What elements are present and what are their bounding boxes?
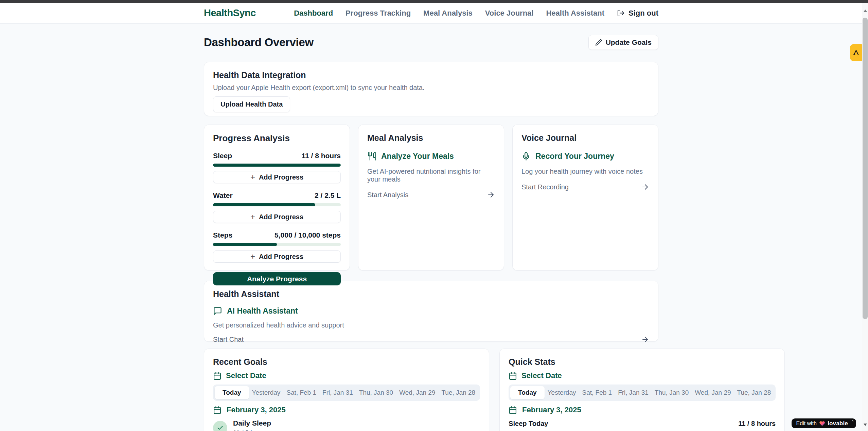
date-tab-today[interactable]: Today: [510, 386, 545, 399]
select-date-button[interactable]: Select Date: [213, 371, 266, 380]
progress-analysis-card: Progress Analysis Sleep 11 / 8 hours + A…: [204, 125, 350, 270]
heart-gradient-icon: [819, 420, 825, 427]
ai-health-assistant-link[interactable]: AI Health Assistant: [213, 306, 649, 316]
recent-goals-title: Recent Goals: [213, 357, 480, 367]
current-date-row: February 3, 2025: [213, 406, 480, 414]
calendar-icon: [509, 372, 517, 380]
scrollbar-down-arrow[interactable]: [862, 419, 868, 430]
calendar-icon: [213, 406, 222, 414]
add-progress-button[interactable]: + Add Progress: [213, 211, 341, 223]
metric-value: 2 / 2.5 L: [315, 191, 341, 200]
nav-item-meal-analysis[interactable]: Meal Analysis: [423, 9, 473, 18]
browser-top-strip: [0, 0, 868, 3]
select-date-button[interactable]: Select Date: [509, 371, 562, 380]
arrow-right-icon: [487, 191, 495, 199]
check-icon: [217, 425, 224, 431]
select-date-label: Select Date: [521, 371, 562, 380]
sign-out-button[interactable]: Sign out: [617, 9, 658, 18]
record-your-journey-label: Record Your Journey: [535, 152, 614, 161]
voice-journal-card: Voice Journal Record Your Journey Log yo…: [512, 125, 658, 270]
date-tab-yesterday[interactable]: Yesterday: [249, 386, 284, 399]
date-tab[interactable]: Fri, Jan 31: [615, 386, 652, 399]
update-goals-button[interactable]: Update Goals: [588, 35, 658, 50]
app-header: HealthSync Dashboard Progress Tracking M…: [0, 3, 862, 24]
add-progress-button[interactable]: + Add Progress: [213, 171, 341, 183]
start-analysis-row[interactable]: Start Analysis: [367, 191, 495, 199]
analyze-your-meals-label: Analyze Your Meals: [381, 152, 454, 161]
health-assistant-title: Health Assistant: [213, 289, 649, 299]
vertical-scrollbar[interactable]: [862, 3, 868, 431]
metric-label: Steps: [213, 231, 232, 239]
stat-value: 11 / 8 hours: [738, 420, 776, 428]
date-tab-today[interactable]: Today: [215, 386, 249, 399]
scrollbar-thumb[interactable]: [863, 18, 868, 319]
date-tab[interactable]: Fri, Jan 31: [319, 386, 356, 399]
health-assistant-description: Get personalized health advice and suppo…: [213, 321, 649, 329]
lovable-badge-icon: [852, 49, 860, 56]
voice-journal-title: Voice Journal: [521, 133, 649, 143]
date-tab-yesterday[interactable]: Yesterday: [545, 386, 579, 399]
meal-analysis-card: Meal Analysis Analyze Your Meals Get AI-…: [358, 125, 504, 270]
date-tab[interactable]: Tue, Jan 28: [734, 386, 774, 399]
chat-bubble-icon: [213, 306, 222, 316]
start-chat-row[interactable]: Start Chat: [213, 335, 649, 343]
progress-bar: [213, 243, 341, 246]
goal-complete-badge: [213, 421, 227, 431]
date-tab[interactable]: Wed, Jan 29: [396, 386, 438, 399]
current-date-label: February 3, 2025: [522, 406, 581, 414]
scrollbar-up-arrow[interactable]: [862, 5, 868, 16]
nav-item-progress-tracking[interactable]: Progress Tracking: [346, 9, 411, 18]
date-tabs: Today Yesterday Sat, Feb 1 Fri, Jan 31 T…: [213, 385, 480, 401]
health-data-integration-card: Health Data Integration Upload your Appl…: [204, 62, 658, 116]
side-panel-badge[interactable]: [850, 44, 862, 61]
current-date-label: February 3, 2025: [227, 406, 286, 414]
page-title: Dashboard Overview: [204, 36, 314, 49]
progress-analysis-title: Progress Analysis: [213, 133, 341, 144]
start-chat-label: Start Chat: [213, 336, 244, 343]
utensils-icon: [367, 152, 376, 161]
nav-item-health-assistant[interactable]: Health Assistant: [546, 9, 604, 18]
metric-value: 5,000 / 10,000 steps: [274, 231, 341, 239]
metric-steps: Steps 5,000 / 10,000 steps + Add Progres…: [213, 231, 341, 263]
start-recording-row[interactable]: Start Recording: [521, 183, 649, 191]
edit-with-lovable-badge[interactable]: Edit with lovable ×: [792, 418, 856, 428]
metric-label: Sleep: [213, 152, 232, 160]
nav-item-voice-journal[interactable]: Voice Journal: [485, 9, 534, 18]
meal-analysis-description: Get AI-powered nutritional insights for …: [367, 168, 495, 183]
recent-goals-card: Recent Goals Select Date Today Yesterday…: [204, 349, 489, 431]
date-tab[interactable]: Tue, Jan 28: [438, 386, 478, 399]
upload-health-data-button[interactable]: Upload Health Data: [213, 96, 290, 112]
sleep-today-row: Sleep Today 11 / 8 hours: [509, 420, 776, 428]
plus-icon: +: [250, 174, 255, 181]
date-tab[interactable]: Sat, Feb 1: [579, 386, 615, 399]
record-your-journey-link[interactable]: Record Your Journey: [521, 152, 649, 161]
plus-icon: +: [250, 253, 255, 260]
start-analysis-label: Start Analysis: [367, 191, 408, 199]
metric-label: Water: [213, 191, 233, 200]
add-progress-button[interactable]: + Add Progress: [213, 250, 341, 263]
metric-value: 11 / 8 hours: [301, 152, 341, 160]
date-tabs: Today Yesterday Sat, Feb 1 Fri, Jan 31 T…: [509, 385, 776, 401]
date-tab[interactable]: Sat, Feb 1: [283, 386, 319, 399]
start-recording-label: Start Recording: [521, 183, 569, 191]
integration-description: Upload your Apple Health export (export.…: [213, 84, 649, 92]
lovable-brand-label: lovable: [828, 420, 848, 427]
nav-item-dashboard[interactable]: Dashboard: [294, 9, 333, 18]
analyze-progress-button[interactable]: Analyze Progress: [213, 272, 341, 285]
close-icon[interactable]: ×: [852, 419, 854, 423]
plus-icon: +: [250, 213, 255, 220]
select-date-label: Select Date: [226, 371, 266, 380]
arrow-right-icon: [641, 335, 649, 343]
integration-title: Health Data Integration: [213, 70, 649, 80]
sign-out-icon: [617, 9, 625, 17]
calendar-icon: [213, 372, 222, 380]
add-progress-label: Add Progress: [259, 253, 303, 261]
app-logo[interactable]: HealthSync: [204, 7, 256, 19]
analyze-your-meals-link[interactable]: Analyze Your Meals: [367, 152, 495, 161]
quick-stats-card: Quick Stats Select Date Today Yesterday …: [499, 349, 785, 431]
main-nav: Dashboard Progress Tracking Meal Analysi…: [294, 9, 658, 18]
date-tab[interactable]: Thu, Jan 30: [356, 386, 396, 399]
lovable-prefix-label: Edit with: [796, 420, 817, 427]
date-tab[interactable]: Thu, Jan 30: [652, 386, 692, 399]
date-tab[interactable]: Wed, Jan 29: [692, 386, 734, 399]
